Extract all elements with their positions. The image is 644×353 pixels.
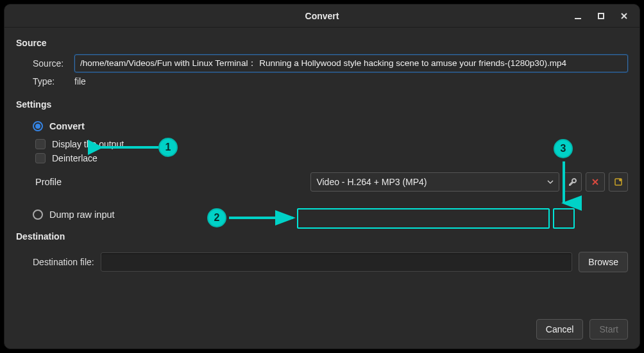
- dump-label: Dump raw input: [49, 209, 115, 220]
- destination-section: Destination file: Browse: [16, 248, 628, 272]
- deinterlace-checkbox[interactable]: [35, 153, 46, 163]
- browse-label: Browse: [588, 257, 618, 267]
- profile-value: Video - H.264 + MP3 (MP4): [316, 177, 427, 187]
- cancel-button[interactable]: Cancel: [536, 319, 584, 340]
- svg-point-3: [619, 179, 622, 181]
- close-button[interactable]: [613, 4, 636, 28]
- delete-icon: [591, 177, 600, 186]
- source-label: Source:: [33, 58, 68, 69]
- type-value: file: [74, 76, 86, 86]
- convert-dialog: Convert Source Source: /home/team/Videos…: [4, 4, 640, 349]
- browse-button[interactable]: Browse: [579, 252, 628, 272]
- profile-row: Profile Video - H.264 + MP3 (MP4): [35, 172, 628, 192]
- display-output-checkbox[interactable]: [35, 139, 46, 149]
- source-section-title: Source: [16, 38, 628, 48]
- source-value: /home/team/Videos/Fun with Linux Termina…: [80, 58, 566, 69]
- destination-label: Destination file:: [33, 257, 94, 267]
- window-controls: [566, 4, 636, 28]
- convert-radio-row[interactable]: Convert: [33, 121, 628, 131]
- annotation-arrow-3: [556, 158, 572, 209]
- cancel-label: Cancel: [546, 324, 574, 334]
- dump-radio-row[interactable]: Dump raw input: [33, 209, 628, 220]
- destination-section-title: Destination: [16, 231, 628, 242]
- dialog-footer: Cancel Start: [4, 313, 640, 349]
- start-label: Start: [599, 324, 618, 334]
- chevron-down-icon: [547, 177, 554, 187]
- settings-section: Convert Display the output Deinterlace P…: [16, 116, 628, 227]
- maximize-button[interactable]: [589, 4, 613, 28]
- settings-section-title: Settings: [16, 99, 628, 110]
- dialog-body: Source Source: /home/team/Videos/Fun wit…: [4, 28, 640, 313]
- convert-label: Convert: [49, 121, 85, 131]
- profile-label: Profile: [35, 177, 86, 187]
- annotation-arrow-2: [226, 211, 303, 224]
- deinterlace-row[interactable]: Deinterlace: [35, 153, 628, 163]
- close-icon: [620, 12, 629, 21]
- source-section: Source: /home/team/Videos/Fun with Linux…: [16, 54, 628, 90]
- destination-input[interactable]: [101, 252, 573, 272]
- svg-rect-1: [598, 13, 604, 19]
- source-input[interactable]: /home/team/Videos/Fun with Linux Termina…: [74, 54, 628, 72]
- svg-rect-0: [575, 18, 581, 19]
- maximize-icon: [597, 12, 606, 21]
- convert-radio[interactable]: [33, 121, 43, 131]
- dump-radio[interactable]: [33, 209, 43, 220]
- annotation-arrow-1: [94, 141, 165, 154]
- new-profile-icon: [614, 177, 623, 186]
- minimize-button[interactable]: [566, 4, 589, 28]
- titlebar: Convert: [4, 4, 640, 28]
- delete-profile-button[interactable]: [586, 172, 605, 192]
- deinterlace-label: Deinterlace: [52, 153, 97, 163]
- window-title: Convert: [305, 11, 339, 21]
- minimize-icon: [573, 12, 582, 21]
- start-button[interactable]: Start: [589, 319, 628, 340]
- profile-select[interactable]: Video - H.264 + MP3 (MP4): [310, 172, 559, 192]
- type-label: Type:: [33, 76, 68, 86]
- new-profile-button[interactable]: [609, 172, 628, 192]
